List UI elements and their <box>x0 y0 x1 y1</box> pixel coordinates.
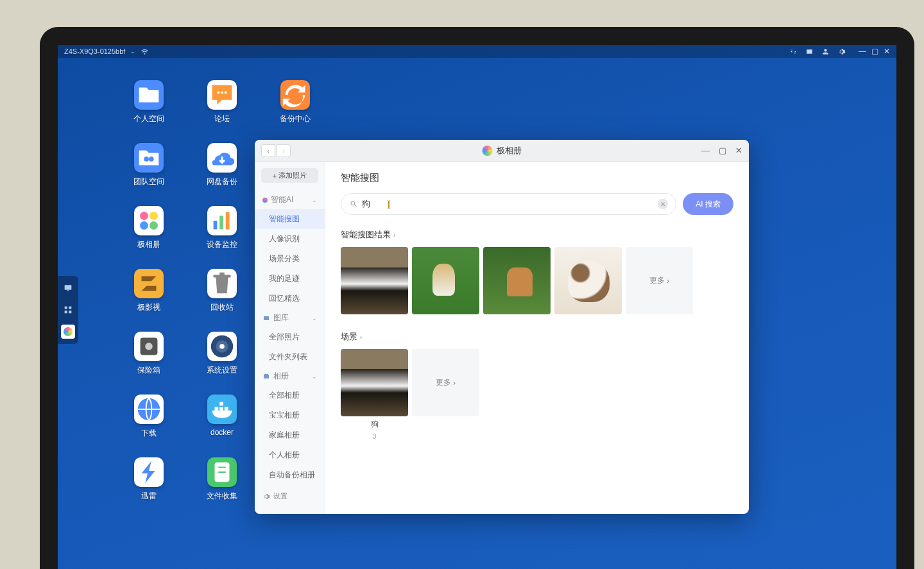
svg-point-9 <box>144 157 149 162</box>
more-label: 更多 <box>649 275 665 286</box>
desktop-icon-chat[interactable]: 论坛 <box>185 80 259 143</box>
icon-label: 系统设置 <box>207 365 237 376</box>
system-maximize-button[interactable]: ▢ <box>871 47 878 56</box>
icon-label: 保险箱 <box>137 365 160 376</box>
icon-label: 极相册 <box>137 239 160 250</box>
dock-apps-icon[interactable] <box>61 303 75 317</box>
svg-point-8 <box>225 91 227 94</box>
desktop-icon-collect[interactable]: 文件收集 <box>185 457 259 520</box>
gear-icon[interactable] <box>837 47 846 56</box>
dropdown-chevron-icon[interactable]: ⌄ <box>130 48 135 55</box>
system-minimize-button[interactable]: — <box>859 47 866 56</box>
nav-back-button[interactable]: ‹ <box>261 144 275 157</box>
desktop-icon-team[interactable]: 团队空间 <box>112 143 185 206</box>
svg-rect-11 <box>214 221 218 229</box>
scene-item[interactable]: 狗 3 <box>341 349 408 440</box>
add-photo-button[interactable]: + 添加照片 <box>261 168 318 183</box>
add-photo-label: 添加照片 <box>278 171 307 180</box>
sidebar-item[interactable]: 家庭相册 <box>255 425 325 445</box>
sidebar-item[interactable]: 智能搜图 <box>255 209 325 229</box>
svg-rect-21 <box>219 407 223 411</box>
user-icon[interactable] <box>821 47 830 56</box>
scene-count: 3 <box>372 432 376 440</box>
desktop-icon-chart[interactable]: 设备监控 <box>185 206 259 269</box>
svg-rect-2 <box>65 307 67 309</box>
icon-label: 团队空间 <box>133 176 164 187</box>
icon-label: 极影视 <box>137 302 160 313</box>
ai-search-button[interactable]: AI 搜索 <box>683 193 733 215</box>
sidebar-section-header[interactable]: 图库⌄ <box>255 309 325 327</box>
device-name[interactable]: Z4S-X9Q3-0125bbf <box>64 47 125 55</box>
results-more-button[interactable]: 更多 › <box>626 247 693 314</box>
trash-icon <box>207 269 237 298</box>
sidebar-section-header[interactable]: 智能AI⌄ <box>255 191 325 209</box>
settings-button[interactable]: 设置 <box>255 485 325 507</box>
sidebar-item[interactable]: 场景分类 <box>255 249 325 269</box>
dock-monitor-icon[interactable] <box>61 281 75 295</box>
wifi-icon <box>141 47 149 56</box>
svg-rect-20 <box>215 407 219 411</box>
sidebar-item[interactable]: 全部相册 <box>255 386 325 405</box>
chevron-down-icon: ⌄ <box>312 197 317 203</box>
desktop-icon-xunlei[interactable]: 迅雷 <box>112 457 185 520</box>
xunlei-icon <box>134 457 164 487</box>
sidebar-item[interactable]: 宝宝相册 <box>255 405 325 425</box>
svg-rect-1 <box>67 290 69 291</box>
sidebar-item[interactable]: 文件夹列表 <box>255 347 325 367</box>
scenes-section-header[interactable]: 场景 › <box>341 331 733 343</box>
search-box[interactable]: ✕ <box>341 193 676 215</box>
results-section-header[interactable]: 智能搜图结果 › <box>341 229 733 241</box>
desktop-icon-globe[interactable]: 下载 <box>112 395 185 457</box>
section-label: 智能AI <box>271 194 293 205</box>
sidebar-item[interactable]: 人像识别 <box>255 229 325 249</box>
chevron-down-icon: ⌄ <box>312 315 317 321</box>
sidebar-item[interactable]: 全部照片 <box>255 327 325 347</box>
sidebar-item[interactable]: 回忆精选 <box>255 289 325 309</box>
icon-label: docker <box>210 428 234 437</box>
scenes-more-button[interactable]: 更多 › <box>412 349 479 416</box>
app-logo-icon <box>483 146 493 156</box>
desktop-icon-trash[interactable]: 回收站 <box>185 269 259 332</box>
desktop-icon-z[interactable]: 极影视 <box>112 269 185 332</box>
sidebar-section-header[interactable]: 相册⌄ <box>255 367 325 386</box>
result-thumb-4[interactable] <box>554 247 622 314</box>
mail-icon[interactable] <box>805 47 814 56</box>
desktop-icon-safe[interactable]: 保险箱 <box>112 332 185 395</box>
transfer-icon[interactable] <box>789 47 798 56</box>
desktop-icon-settings[interactable]: 系统设置 <box>185 332 259 395</box>
desktop-icon-sync[interactable]: 备份中心 <box>259 80 332 143</box>
scene-thumb[interactable] <box>341 349 408 416</box>
app-minimize-button[interactable]: — <box>701 146 710 155</box>
desktop-icon-docker[interactable]: docker <box>185 395 259 457</box>
svg-rect-23 <box>219 402 223 406</box>
svg-point-18 <box>219 344 225 349</box>
sidebar-item[interactable]: 个人相册 <box>255 445 325 465</box>
clear-search-button[interactable]: ✕ <box>658 199 668 209</box>
results-header-label: 智能搜图结果 <box>341 229 391 241</box>
collect-icon <box>207 457 237 487</box>
sidebar-item[interactable]: 自动备份相册 <box>255 465 325 485</box>
app-maximize-button[interactable]: ▢ <box>719 146 726 155</box>
result-thumb-3[interactable] <box>483 247 551 314</box>
nav-forward-button[interactable]: › <box>277 144 291 157</box>
sidebar-item[interactable]: 我的足迹 <box>255 269 325 289</box>
desktop-icon-photos[interactable]: 极相册 <box>112 206 185 269</box>
app-close-button[interactable]: ✕ <box>735 146 742 155</box>
chart-icon <box>207 206 237 235</box>
svg-point-15 <box>145 343 153 350</box>
result-thumb-1[interactable] <box>341 247 408 314</box>
chat-icon <box>207 80 237 110</box>
results-row: 更多 › <box>341 247 733 314</box>
system-close-button[interactable]: ✕ <box>884 47 890 56</box>
desktop-icon-folder[interactable]: 个人空间 <box>112 80 185 143</box>
plus-icon: + <box>273 172 277 180</box>
svg-rect-12 <box>219 216 223 229</box>
result-thumb-2[interactable] <box>412 247 479 314</box>
svg-rect-0 <box>65 285 72 289</box>
svg-rect-5 <box>69 310 71 313</box>
search-input[interactable] <box>362 200 658 209</box>
icon-label: 回收站 <box>210 302 234 313</box>
dock-photos-icon[interactable] <box>61 325 75 339</box>
desktop-icon-cloud[interactable]: 网盘备份 <box>185 143 259 206</box>
svg-rect-3 <box>69 307 71 309</box>
